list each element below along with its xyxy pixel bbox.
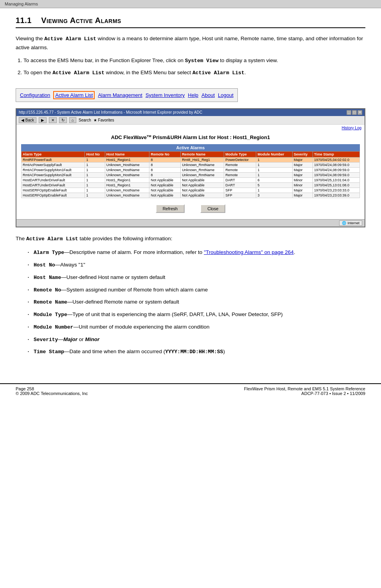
system-view-ref: System View [185, 58, 219, 64]
th-module-number: Module Number [256, 152, 293, 157]
page-footer: Page 258 © 2009 ADC Telecommunications, … [0, 383, 381, 400]
table-cell: 1 [256, 188, 293, 193]
browser-titlebar: http://155.226.45.77 - System Active Ala… [16, 109, 365, 116]
menu-active-alarm-list[interactable]: Active Alarm List [53, 91, 95, 99]
table-cell: 1970/04/25,13:01:04.0 [313, 178, 360, 183]
close-button[interactable]: ✕ [358, 110, 362, 115]
table-cell: 1 [85, 168, 105, 173]
table-cell: 1970/04/24,08:09:59.0 [313, 163, 360, 168]
table-cell: 1 [85, 157, 105, 163]
table-cell: SFP [224, 188, 256, 193]
table-cell: Unknown_RmtName [181, 173, 224, 178]
table-cell: 1 [256, 163, 293, 168]
table-cell: Major [293, 188, 313, 193]
internet-label: Internet [347, 221, 359, 225]
steps-list: To access the EMS Menu bar, in the Funct… [23, 56, 365, 77]
menu-items-row: Configuration Active Alarm List Alarm Ma… [20, 91, 234, 99]
main-content: 11.1 Viewing Active Alarms Viewing the A… [0, 8, 381, 372]
menu-logout[interactable]: Logout [218, 92, 234, 98]
th-severity: Severity [293, 152, 313, 157]
table-cell: Unknown_HostName [105, 173, 149, 178]
table-cell: 1 [85, 173, 105, 178]
table-cell: 5 [256, 183, 293, 188]
close-alarms-button[interactable]: Close [200, 204, 225, 213]
refresh-button[interactable]: ↻ [59, 117, 67, 123]
copyright: © 2009 ADC Telecommunications, Inc [16, 391, 88, 396]
table-cell: Host1_Region1 [105, 183, 149, 188]
table-row: RmtACPowerSupplyMon1Fault1Unknown_HostNa… [22, 168, 360, 173]
table-cell: 1970/04/25,04:02:02.0 [313, 157, 360, 163]
stop-button[interactable]: ✕ [49, 117, 57, 123]
table-cell: Remote [224, 173, 256, 178]
table-cell: 6 [256, 178, 293, 183]
table-cell: Not Applicable [149, 193, 181, 198]
step-2: To open the Active Alarm List window, in… [23, 68, 365, 77]
menubar-mockup: Configuration Active Alarm List Alarm Ma… [16, 88, 238, 102]
minimize-button[interactable]: _ [347, 110, 351, 115]
browser-title-buttons: _ □ ✕ [347, 110, 362, 115]
home-button[interactable]: ⌂ [69, 117, 76, 123]
table-cell: 1 [85, 193, 105, 198]
back-button[interactable]: ◀ Back [19, 117, 36, 123]
troubleshooting-link[interactable]: "Troubleshooting Alarms" on page 264 [204, 249, 294, 255]
refresh-alarms-button[interactable]: Refresh [156, 204, 185, 213]
forward-button[interactable]: ▶ [39, 117, 47, 123]
menu-help[interactable]: Help [188, 92, 198, 98]
favorites-label: ★ Favorites [93, 118, 114, 122]
table-cell: 8 [149, 173, 181, 178]
th-host-no: Host No [85, 152, 105, 157]
product-reference: FlexWave Prism Host, Remote and EMS 5.1 … [244, 386, 365, 391]
history-log-link[interactable]: History Log [16, 125, 365, 131]
table-cell: 8 [149, 157, 181, 163]
table-cell: SFP [224, 193, 256, 198]
table-row: HostSERFOptIpEnableFault1Unknown_HostNam… [22, 188, 360, 193]
menu-about[interactable]: About [201, 92, 215, 98]
chapter-title: Managing Alarms [5, 2, 38, 6]
menu-configuration[interactable]: Configuration [20, 92, 50, 98]
table-cell: Minor [293, 178, 313, 183]
active-alarm-list-ref1: Active Alarm List [44, 36, 96, 42]
bullet-module-number: Module Number—Unit number of module expe… [27, 323, 365, 332]
table-cell: Major [293, 157, 313, 163]
bullet-host-no: Host No—Always "1" [27, 261, 365, 270]
table-cell: DART [224, 183, 256, 188]
step-1: To access the EMS Menu bar, in the Funct… [23, 56, 365, 65]
table-cell: PowerDetector [224, 157, 256, 163]
table-cell: HostDARTUnderDriveFault [22, 178, 85, 183]
table-cell: Not Applicable [149, 183, 181, 188]
doc-info: ADCP-77-073 • Issue 2 • 11/2009 [244, 391, 365, 396]
table-cell: Unknown_HostName [105, 193, 149, 198]
table-cell: HostSERFOptIpEnableFault [22, 188, 85, 193]
table-cell: 1 [85, 183, 105, 188]
table-cell: Major [293, 168, 313, 173]
footer-left: Page 258 © 2009 ADC Telecommunications, … [16, 386, 88, 396]
table-cell: 1 [256, 168, 293, 173]
section-title: Viewing Active Alarms [41, 16, 121, 25]
bullet-remote-name: Remote Name—User-defined Remote name or … [27, 298, 365, 307]
active-alarm-list-ref2: Active Alarm List [52, 70, 104, 76]
table-cell: 1970/04/24,08:09:59.0 [313, 168, 360, 173]
after-browser-text: The Active Alarm List table provides the… [16, 234, 365, 243]
table-cell: Remote [224, 168, 256, 173]
globe-icon: 🌐 [342, 221, 346, 225]
table-header-row: Alarm Type Host No Host Name Remote No R… [22, 152, 360, 157]
table-cell: Minor [293, 183, 313, 188]
table-cell: 1 [85, 188, 105, 193]
table-row: HostDARTUnderDriveFault1Host1_Region1Not… [22, 183, 360, 188]
bullet-host-name: Host Name—User-defined Host name or syst… [27, 273, 365, 282]
section-heading: 11.1 Viewing Active Alarms [16, 16, 365, 28]
table-cell: Major [293, 163, 313, 168]
table-cell: 1 [85, 163, 105, 168]
active-alarms-section: Active Alarms Alarm Type Host No Host Na… [21, 144, 360, 198]
table-cell: 1 [256, 157, 293, 163]
table-cell: 1970/04/23,23:03:33.0 [313, 188, 360, 193]
menu-system-inventory[interactable]: System Inventory [146, 92, 185, 98]
restore-button[interactable]: □ [352, 110, 357, 115]
bullet-alarm-type: Alarm Type—Descriptive name of alarm. Fo… [27, 248, 365, 257]
table-cell: Not Applicable [181, 188, 224, 193]
browser-toolbar: ◀ Back ▶ ✕ ↻ ⌂ Search ★ Favorites [16, 116, 365, 125]
table-cell: 1970/04/24,08:09:59.0 [313, 173, 360, 178]
th-alarm-type: Alarm Type [22, 152, 85, 157]
menu-alarm-management[interactable]: Alarm Management [98, 92, 142, 98]
section-number: 11.1 [16, 16, 32, 25]
